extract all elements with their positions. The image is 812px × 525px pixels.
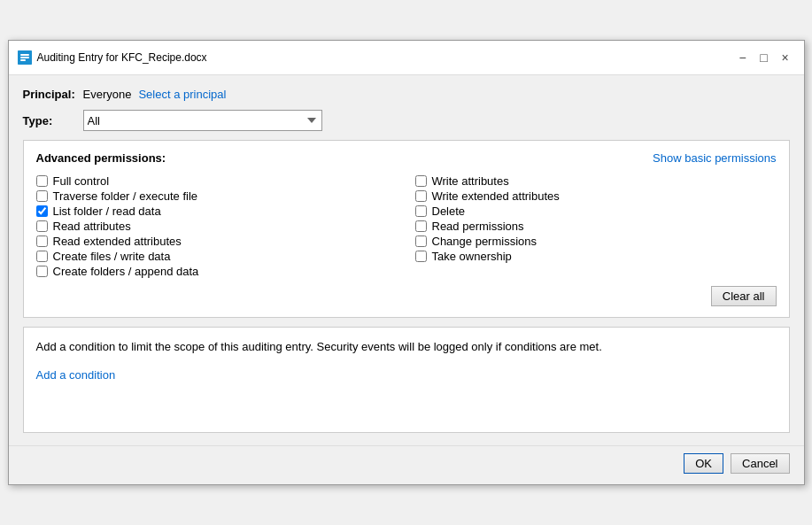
close-button[interactable]: × <box>776 48 795 67</box>
perm-list-folder-label: List folder / read data <box>53 205 161 218</box>
perm-traverse-checkbox[interactable] <box>36 190 48 202</box>
perm-take-ownership-checkbox[interactable] <box>415 251 427 262</box>
perm-read-permissions-row: Read permissions <box>415 219 777 234</box>
ok-button[interactable]: OK <box>684 453 723 474</box>
perm-create-files-label: Create files / write data <box>53 250 171 263</box>
perm-change-permissions-row: Change permissions <box>415 234 777 249</box>
perm-write-attributes-checkbox[interactable] <box>415 175 427 187</box>
dialog-title: Auditing Entry for KFC_Recipe.docx <box>37 51 733 64</box>
perm-change-permissions-checkbox[interactable] <box>415 235 427 247</box>
titlebar: Auditing Entry for KFC_Recipe.docx − □ × <box>9 41 804 75</box>
perm-write-attributes-row: Write attributes <box>415 174 777 189</box>
condition-section: Add a condition to limit the scope of th… <box>23 327 790 433</box>
perm-list-folder-checkbox[interactable] <box>36 205 48 217</box>
minimize-button[interactable]: − <box>733 48 753 67</box>
document-icon <box>18 50 32 65</box>
perm-create-files-row: Create files / write data <box>36 249 398 264</box>
perm-write-ext-attributes-checkbox[interactable] <box>415 190 427 202</box>
perm-create-folders-label: Create folders / append data <box>53 265 199 278</box>
permissions-header: Advanced permissions: Show basic permiss… <box>36 151 777 165</box>
permissions-title: Advanced permissions: <box>36 151 166 165</box>
perm-traverse-row: Traverse folder / execute file <box>36 189 398 204</box>
type-row: Type: All Success Fail <box>23 110 790 131</box>
svg-rect-3 <box>20 59 26 61</box>
perm-delete-label: Delete <box>432 205 466 218</box>
perm-traverse-label: Traverse folder / execute file <box>53 189 198 203</box>
perm-create-folders-checkbox[interactable] <box>36 266 48 277</box>
select-principal-link[interactable]: Select a principal <box>138 88 226 101</box>
svg-rect-2 <box>20 57 29 58</box>
clear-all-button[interactable]: Clear all <box>711 286 777 306</box>
dialog-footer: OK Cancel <box>9 445 804 484</box>
perm-read-attributes-label: Read attributes <box>53 220 131 233</box>
maximize-button[interactable]: □ <box>754 48 774 67</box>
show-basic-link[interactable]: Show basic permissions <box>653 151 776 165</box>
condition-description: Add a condition to limit the scope of th… <box>36 338 777 356</box>
perm-take-ownership-row: Take ownership <box>415 249 777 264</box>
perm-create-files-checkbox[interactable] <box>36 251 48 262</box>
titlebar-controls: − □ × <box>733 48 795 67</box>
perm-read-attributes-checkbox[interactable] <box>36 220 48 232</box>
permissions-left: Full control Traverse folder / execute f… <box>36 174 398 279</box>
perm-write-attributes-label: Write attributes <box>432 174 509 188</box>
perm-delete-row: Delete <box>415 204 777 219</box>
clear-all-row: Clear all <box>36 286 777 306</box>
permissions-right: Write attributes Write extended attribut… <box>415 174 777 279</box>
perm-read-permissions-label: Read permissions <box>432 220 524 233</box>
perm-read-attributes-row: Read attributes <box>36 219 398 234</box>
add-condition-link[interactable]: Add a condition <box>36 368 116 382</box>
perm-read-ext-attributes-label: Read extended attributes <box>53 235 182 248</box>
dialog-body: Principal: Everyone Select a principal T… <box>9 75 804 445</box>
perm-write-ext-attributes-label: Write extended attributes <box>432 189 560 203</box>
perm-take-ownership-label: Take ownership <box>432 250 512 263</box>
type-label: Type: <box>23 114 76 127</box>
principal-label: Principal: <box>23 88 76 101</box>
principal-row: Principal: Everyone Select a principal <box>23 88 790 101</box>
perm-change-permissions-label: Change permissions <box>432 235 537 248</box>
perm-create-folders-row: Create folders / append data <box>36 264 398 279</box>
perm-full-control-checkbox[interactable] <box>36 175 48 187</box>
perm-read-ext-attributes-checkbox[interactable] <box>36 235 48 247</box>
permissions-section: Advanced permissions: Show basic permiss… <box>23 140 790 318</box>
perm-read-ext-attributes-row: Read extended attributes <box>36 234 398 249</box>
perm-list-folder-row: List folder / read data <box>36 204 398 219</box>
dialog-window: Auditing Entry for KFC_Recipe.docx − □ ×… <box>8 40 805 485</box>
cancel-button[interactable]: Cancel <box>731 453 789 474</box>
perm-full-control-label: Full control <box>53 174 110 188</box>
permissions-grid: Full control Traverse folder / execute f… <box>36 174 777 279</box>
perm-write-ext-attributes-row: Write extended attributes <box>415 189 777 204</box>
principal-value: Everyone <box>83 88 132 101</box>
perm-read-permissions-checkbox[interactable] <box>415 220 427 232</box>
type-select[interactable]: All Success Fail <box>83 110 322 131</box>
svg-rect-1 <box>20 54 29 56</box>
perm-full-control-row: Full control <box>36 174 398 189</box>
perm-delete-checkbox[interactable] <box>415 205 427 217</box>
